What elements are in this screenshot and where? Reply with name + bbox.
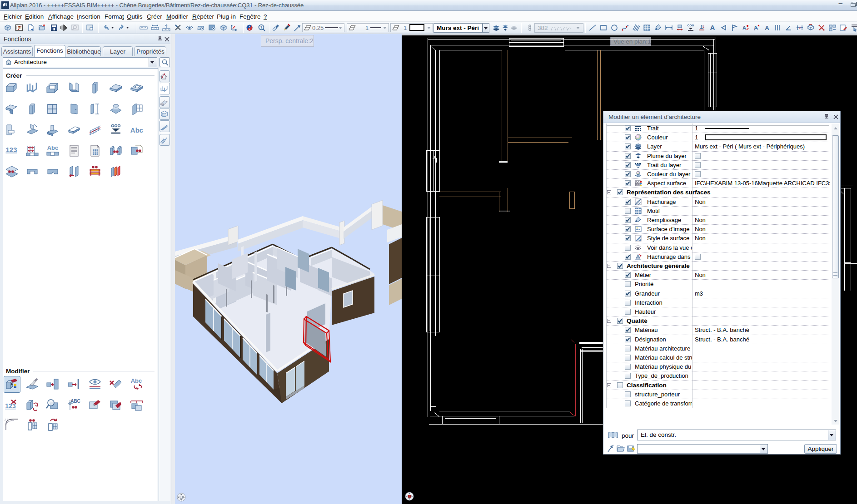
svg-text:123: 123 [5, 146, 17, 153]
svg-text:A: A [710, 24, 715, 31]
svg-text:x: x [799, 26, 801, 30]
svg-text:?: ? [260, 25, 263, 30]
svg-text:ABC: ABC [70, 399, 80, 404]
svg-text:Abc: Abc [130, 126, 143, 134]
svg-text:1: 1 [703, 25, 704, 28]
svg-text:Abc: Abc [47, 144, 59, 151]
svg-text:A: A [765, 25, 769, 31]
svg-text:123: 123 [5, 402, 16, 410]
svg-text:Abc: Abc [131, 377, 142, 384]
svg-text:A: A [742, 25, 746, 30]
